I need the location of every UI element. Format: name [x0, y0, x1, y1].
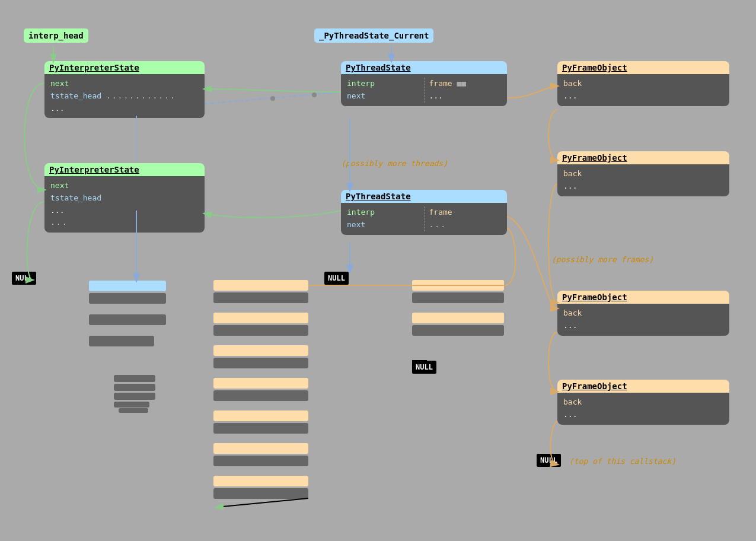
frame-object-4: PyFrameObject back ...: [557, 380, 729, 425]
null-1: NULL: [12, 272, 36, 285]
field-extra-dots-2: ...: [50, 217, 199, 229]
thread-state-1-title: PyThreadState: [341, 61, 507, 74]
frame-object-1-title: PyFrameObject: [557, 61, 729, 74]
mini-row-4: [114, 402, 149, 408]
null-3: NULL: [412, 361, 436, 374]
frame-object-4-title: PyFrameObject: [557, 380, 729, 393]
orange-row-4: [213, 378, 308, 389]
orange-dark-row-6: [213, 456, 308, 466]
diagram: interp_head _PyThreadState_Current PyInt…: [0, 0, 756, 541]
ts1-interp: interp: [347, 78, 419, 90]
svg-line-2: [205, 92, 341, 104]
orange-dark-row-3: [213, 358, 308, 368]
fo4-dots: ...: [563, 409, 723, 421]
null-2: NULL: [324, 272, 349, 285]
mini-row-1: [114, 375, 155, 382]
thread-state-1-body: interp next frame ■■ ...: [341, 74, 507, 106]
orange-row-1a: [213, 280, 308, 291]
interpreter-state-2-body: next tstate_head ... ...: [44, 176, 205, 233]
mini-row-5: [119, 408, 148, 413]
dark-row-2: [89, 314, 166, 325]
thread-state-2-body: interp next frame ...: [341, 203, 507, 235]
ts2-dots: ...: [429, 219, 502, 231]
interpreter-state-2-title: PyInterpreterState: [44, 163, 205, 176]
ts2-frame: frame: [429, 206, 502, 219]
svg-line-6: [216, 498, 308, 507]
orange-row-6: [213, 443, 308, 454]
interpreter-state-1-title: PyInterpreterState: [44, 61, 205, 74]
dark-row-1: [89, 293, 166, 304]
possibly-more-threads-label: (possibly more threads): [341, 159, 448, 168]
frame-object-4-body: back ...: [557, 393, 729, 425]
field-dots-1: ...: [50, 103, 199, 115]
orange-row-2: [213, 313, 308, 323]
mini-row-2: [114, 384, 155, 391]
thread-state-1: PyThreadState interp next frame ■■ ...: [341, 61, 507, 106]
top-of-callstack-label: (top of this callstack): [569, 457, 676, 466]
orange-row-7: [213, 476, 308, 486]
frame-object-1-body: back ...: [557, 74, 729, 106]
interpreter-state-1: PyInterpreterState next tstate_head ....…: [44, 61, 205, 118]
interp-head-label: interp_head: [24, 28, 88, 43]
field-next-2: next: [50, 180, 199, 192]
t2-dark-row-2: [412, 325, 504, 336]
t2-dark-row-1: [412, 292, 504, 303]
orange-row-5: [213, 410, 308, 421]
fo3-dots: ...: [563, 320, 723, 332]
t2-orange-row-2: [412, 313, 504, 323]
orange-dark-row-2: [213, 325, 308, 336]
orange-dark-row-1: [213, 292, 308, 303]
frame-object-3: PyFrameObject back ...: [557, 291, 729, 336]
ts2-interp: interp: [347, 206, 419, 219]
fo1-dots: ...: [563, 90, 723, 103]
field-next-1: next: [50, 78, 199, 90]
possibly-more-frames-label: (possibly more frames): [551, 255, 653, 264]
svg-point-4: [312, 93, 317, 97]
thread-state-2: PyThreadState interp next frame ...: [341, 190, 507, 235]
fo2-back: back: [563, 168, 723, 180]
fo1-back: back: [563, 78, 723, 90]
thread-state-2-title: PyThreadState: [341, 190, 507, 203]
field-tstate-head-1: tstate_head ............: [50, 90, 199, 103]
dark-row-3: [89, 336, 154, 346]
field-dots-2: ...: [50, 205, 199, 217]
ts1-next: next: [347, 90, 419, 103]
frame-object-1: PyFrameObject back ...: [557, 61, 729, 106]
frame-object-3-body: back ...: [557, 304, 729, 336]
orange-row-3: [213, 345, 308, 356]
svg-point-3: [270, 96, 275, 101]
frame-object-2: PyFrameObject back ...: [557, 151, 729, 196]
interpreter-state-1-body: next tstate_head ............ ...: [44, 74, 205, 118]
field-tstate-head-2: tstate_head: [50, 192, 199, 205]
fo4-back: back: [563, 396, 723, 409]
frame-object-2-title: PyFrameObject: [557, 151, 729, 164]
ts2-next: next: [347, 219, 419, 231]
interpreter-state-2: PyInterpreterState next tstate_head ... …: [44, 163, 205, 233]
fo2-dots: ...: [563, 180, 723, 193]
fo3-back: back: [563, 307, 723, 320]
orange-dark-row-4: [213, 390, 308, 401]
orange-dark-row-5: [213, 423, 308, 434]
ts1-dots: ...: [429, 90, 502, 103]
frame-object-2-body: back ...: [557, 164, 729, 196]
ts1-frame: frame ■■: [429, 78, 502, 90]
frame-object-3-title: PyFrameObject: [557, 291, 729, 304]
pythreadstate-current-label: _PyThreadState_Current: [314, 28, 433, 43]
t2-orange-row-1: [412, 280, 504, 291]
orange-dark-row-7: [213, 488, 308, 499]
mini-row-3: [114, 393, 155, 400]
null-4: NULL: [537, 454, 561, 467]
blue-row-1: [89, 281, 166, 291]
